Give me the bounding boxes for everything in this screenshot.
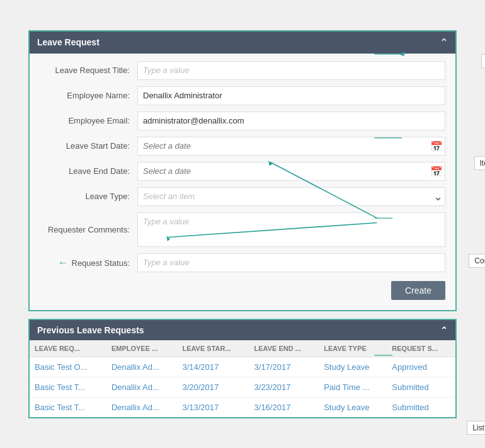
col-leave-type: LEAVE TYPE (319, 340, 387, 357)
employee-name-input[interactable] (137, 86, 445, 105)
col-request-status: REQUEST S... (387, 340, 455, 357)
col-employee: EMPLOYEE ... (106, 340, 177, 357)
table-cell: Denallix Ad... (106, 357, 177, 377)
table-row[interactable]: Basic Test T...Denallix Ad...3/13/20173/… (30, 397, 455, 417)
table-cell: Submitted (387, 397, 455, 417)
table-cell: 3/20/2017 (177, 377, 249, 397)
leave-type-placeholder: Select an item (143, 192, 195, 201)
table-cell: 3/14/2017 (177, 357, 249, 377)
leave-type-select[interactable]: Select an item (137, 187, 445, 206)
list-panel-header: Previous Leave Requests ⌃ (30, 320, 455, 340)
table-header-row: LEAVE REQ... EMPLOYEE ... LEAVE STAR... … (30, 340, 455, 357)
leave-type-row: Leave Type: Select an item ⌄ (40, 187, 445, 206)
previous-requests-table: LEAVE REQ... EMPLOYEE ... LEAVE STAR... … (30, 340, 455, 417)
employee-email-label: Employee Email: (40, 116, 137, 125)
employee-email-row: Employee Email: (40, 112, 445, 130)
annotation-controls: Controls (469, 254, 485, 268)
leave-start-date-wrapper: 📅 (137, 137, 445, 156)
table-cell: Study Leave (319, 357, 387, 377)
annotation-form: Form (481, 54, 485, 68)
leave-start-date-row: Leave Start Date: 📅 (40, 137, 445, 156)
requester-comments-label: Requester Comments: (40, 225, 137, 234)
annotation-item-view: Item View (474, 156, 485, 170)
list-collapse-icon[interactable]: ⌃ (440, 325, 448, 335)
requester-comments-row: Requester Comments: (40, 212, 445, 247)
request-status-label: ← Request Status: (40, 257, 137, 268)
table-row[interactable]: Basic Test O...Denallix Ad...3/14/20173/… (30, 357, 455, 377)
table-cell: Study Leave (319, 397, 387, 417)
leave-request-title-label: Leave Request Title: (40, 66, 137, 75)
table-cell: Basic Test O... (30, 357, 106, 377)
leave-type-label: Leave Type: (40, 192, 137, 201)
table-cell: 3/16/2017 (249, 397, 319, 417)
main-container: Leave Request ⌃ Leave Request Title: Emp… (28, 30, 457, 418)
form-footer: Create (40, 279, 445, 302)
table-cell: Basic Test T... (30, 377, 106, 397)
employee-email-input[interactable] (137, 112, 445, 130)
table-cell: Basic Test T... (30, 397, 106, 417)
form-panel-header: Leave Request ⌃ (30, 32, 455, 54)
requester-comments-input[interactable] (137, 212, 445, 247)
table-cell: Submitted (387, 377, 455, 397)
form-panel-title: Leave Request (37, 37, 100, 47)
leave-end-date-wrapper: 📅 (137, 162, 445, 181)
leave-end-date-label: Leave End Date: (40, 166, 137, 176)
leave-end-date-row: Leave End Date: 📅 (40, 162, 445, 181)
leave-start-date-input[interactable] (137, 137, 445, 156)
col-leave-end: LEAVE END ... (249, 340, 319, 357)
table-row[interactable]: Basic Test T...Denallix Ad...3/20/20173/… (30, 377, 455, 397)
table-cell: Denallix Ad... (106, 397, 177, 417)
table-cell: 3/13/2017 (177, 397, 249, 417)
annotation-list-view: List View (467, 421, 485, 435)
table-cell: Paid Time ... (319, 377, 387, 397)
form-body: Leave Request Title: Employee Name: Empl… (30, 54, 455, 310)
col-leave-req: LEAVE REQ... (30, 340, 106, 357)
employee-name-row: Employee Name: (40, 86, 445, 105)
list-panel: Previous Leave Requests ⌃ LEAVE REQ... E… (28, 319, 457, 418)
col-leave-start: LEAVE STAR... (177, 340, 249, 357)
leave-request-title-input[interactable] (137, 61, 445, 80)
leave-start-date-calendar-icon[interactable]: 📅 (430, 140, 443, 152)
table-cell: Approved (387, 357, 455, 377)
leave-end-date-input[interactable] (137, 162, 445, 181)
request-status-arrow-indicator: ← (58, 257, 68, 268)
employee-name-label: Employee Name: (40, 91, 137, 100)
create-button[interactable]: Create (391, 281, 445, 300)
form-panel: Leave Request ⌃ Leave Request Title: Emp… (28, 30, 457, 311)
leave-start-date-label: Leave Start Date: (40, 141, 137, 151)
table-cell: Denallix Ad... (106, 377, 177, 397)
table-cell: 3/17/2017 (249, 357, 319, 377)
table-cell: 3/23/2017 (249, 377, 319, 397)
leave-type-chevron-icon[interactable]: ⌄ (433, 190, 443, 204)
request-status-row: ← Request Status: (40, 253, 445, 272)
leave-request-title-row: Leave Request Title: (40, 61, 445, 80)
leave-type-wrapper: Select an item ⌄ (137, 187, 445, 206)
request-status-input[interactable] (137, 253, 445, 272)
leave-end-date-calendar-icon[interactable]: 📅 (430, 165, 443, 177)
list-panel-title: Previous Leave Requests (37, 325, 144, 335)
form-collapse-icon[interactable]: ⌃ (440, 37, 448, 49)
